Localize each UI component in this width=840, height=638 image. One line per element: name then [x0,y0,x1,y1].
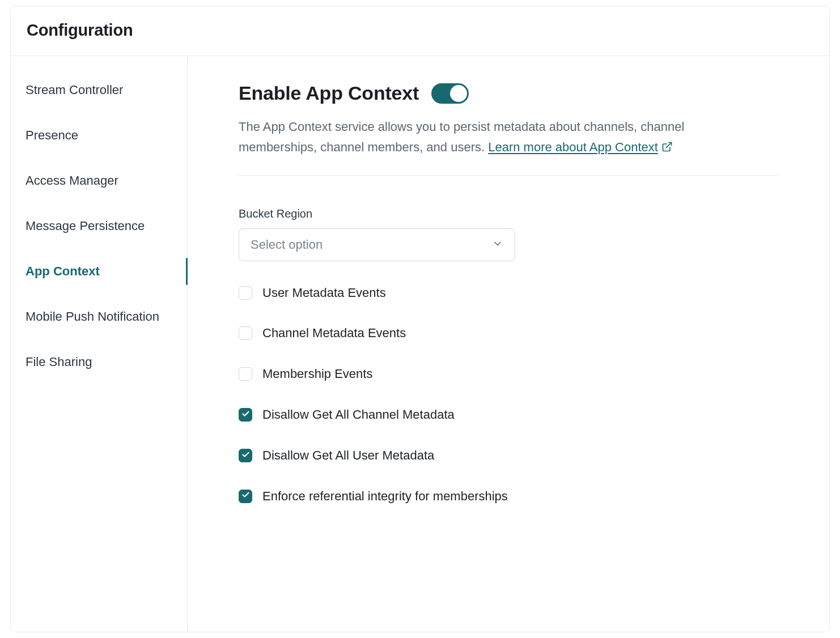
learn-more-link[interactable]: Learn more about App Context [488,140,673,154]
option-row[interactable]: Channel Metadata Events [239,324,522,342]
section-title: Enable App Context [239,82,419,104]
option-label: Disallow Get All Channel Metadata [262,406,455,424]
bucket-region-label: Bucket Region [239,207,778,220]
sidebar-item-access-manager[interactable]: Access Manager [11,158,187,203]
bucket-region-select[interactable]: Select option [239,228,515,261]
configuration-card: Configuration Stream ControllerPresenceA… [10,6,830,632]
sidebar-item-label: Mobile Push Notification [26,309,159,324]
enable-row: Enable App Context [239,82,778,104]
sidebar-item-mobile-push-notification[interactable]: Mobile Push Notification [11,294,187,339]
sidebar-item-label: Access Manager [26,173,118,188]
divider [239,175,778,176]
svg-line-0 [666,143,671,148]
learn-more-text: Learn more about App Context [488,140,658,154]
sidebar-item-message-persistence[interactable]: Message Persistence [11,203,187,249]
checkbox[interactable] [239,408,252,422]
select-placeholder: Select option [251,237,323,252]
toggle-knob [450,85,467,102]
option-row[interactable]: Membership Events [239,365,522,383]
checkbox[interactable] [239,367,252,381]
checkbox[interactable] [239,449,252,462]
check-icon [241,491,250,501]
sidebar-item-label: Message Persistence [26,219,145,233]
sidebar-item-presence[interactable]: Presence [11,113,187,158]
sidebar-item-label: Presence [26,128,78,143]
option-row[interactable]: Disallow Get All User Metadata [239,446,522,465]
check-icon [241,450,250,461]
section-description: The App Context service allows you to pe… [239,117,749,159]
content: Enable App Context The App Context servi… [188,56,829,632]
option-row[interactable]: User Metadata Events [239,284,522,302]
option-label: Channel Metadata Events [262,324,406,342]
option-label: Disallow Get All User Metadata [262,446,434,465]
checkbox[interactable] [239,286,252,300]
option-row[interactable]: Enforce referential integrity for member… [239,487,522,505]
option-label: Membership Events [262,365,372,383]
sidebar-item-label: Stream Controller [26,83,123,97]
external-link-icon [661,138,673,159]
card-body: Stream ControllerPresenceAccess ManagerM… [11,56,829,632]
check-icon [241,410,250,420]
enable-app-context-toggle[interactable] [431,83,469,104]
sidebar-item-label: App Context [26,264,100,279]
chevron-down-icon [492,238,503,252]
checkbox[interactable] [239,326,252,340]
sidebar-item-app-context[interactable]: App Context [11,249,187,294]
sidebar-item-stream-controller[interactable]: Stream Controller [11,67,187,113]
options-list: User Metadata EventsChannel Metadata Eve… [239,284,522,505]
sidebar-item-file-sharing[interactable]: File Sharing [11,339,187,385]
card-header: Configuration [11,6,829,56]
sidebar: Stream ControllerPresenceAccess ManagerM… [11,56,188,632]
checkbox[interactable] [239,490,252,503]
page-title: Configuration [27,21,813,40]
option-label: Enforce referential integrity for member… [262,487,508,505]
option-label: User Metadata Events [262,284,386,302]
option-row[interactable]: Disallow Get All Channel Metadata [239,406,522,424]
sidebar-item-label: File Sharing [26,355,92,369]
